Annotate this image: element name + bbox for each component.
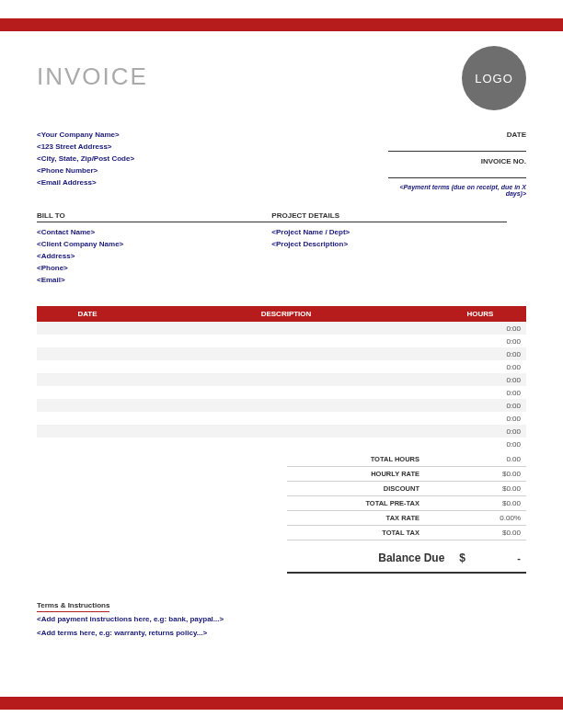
- bill-to-email[interactable]: <Email>: [37, 274, 271, 286]
- value-discount[interactable]: $0.00: [456, 484, 521, 493]
- header-accent-bar: [0, 18, 563, 31]
- cell-hours[interactable]: 0:00: [434, 322, 526, 335]
- label-total-tax: TOTAL TAX: [293, 529, 456, 537]
- table-row: 0:00: [37, 399, 526, 412]
- label-hourly-rate: HOURLY RATE: [293, 470, 456, 478]
- billto-project-row: BILL TO <Contact Name> <Client Company N…: [37, 211, 526, 286]
- terms-header: Terms & Instructions: [37, 601, 109, 612]
- terms-text[interactable]: <Add terms here, e.g: warranty, returns …: [37, 626, 526, 640]
- company-email[interactable]: <Email Address>: [37, 176, 306, 188]
- header-row: INVOICE LOGO: [37, 46, 526, 119]
- cell-hours[interactable]: 0:00: [434, 335, 526, 347]
- cell-description[interactable]: [138, 335, 434, 347]
- table-row: 0:00: [37, 386, 526, 399]
- line-items-table: DATE DESCRIPTION HOURS 0:000:000:000:000…: [37, 306, 526, 450]
- cell-date[interactable]: [37, 425, 138, 438]
- label-tax-rate: TAX RATE: [293, 514, 456, 522]
- table-row: 0:00: [37, 425, 526, 438]
- cell-date[interactable]: [37, 322, 138, 335]
- currency-balance-due: $: [459, 552, 493, 564]
- cell-hours[interactable]: 0:00: [434, 438, 526, 450]
- label-total-hours: TOTAL HOURS: [293, 455, 456, 463]
- cell-description[interactable]: [138, 438, 434, 450]
- cell-date[interactable]: [37, 347, 138, 360]
- row-balance-due: Balance Due $ -: [287, 544, 526, 574]
- value-tax-rate[interactable]: 0.00%: [456, 514, 521, 522]
- cell-description[interactable]: [138, 425, 434, 438]
- cell-date[interactable]: [37, 438, 138, 450]
- col-header-hours: HOURS: [434, 306, 526, 322]
- cell-description[interactable]: [138, 373, 434, 386]
- cell-date[interactable]: [37, 399, 138, 412]
- project-header: PROJECT DETAILS: [271, 211, 506, 222]
- table-row: 0:00: [37, 438, 526, 450]
- company-address1[interactable]: <123 Street Address>: [37, 141, 306, 153]
- value-balance-due: -: [493, 552, 521, 563]
- company-address2[interactable]: <City, State, Zip/Post Code>: [37, 153, 306, 165]
- table-row: 0:00: [37, 360, 526, 373]
- bill-to-contact[interactable]: <Contact Name>: [37, 226, 271, 238]
- bill-to-header: BILL TO: [37, 211, 271, 222]
- row-hourly-rate: HOURLY RATE $0.00: [287, 467, 526, 482]
- label-discount: DISCOUNT: [293, 484, 456, 493]
- invoice-no-field[interactable]: [388, 167, 526, 178]
- cell-hours[interactable]: 0:00: [434, 347, 526, 360]
- page-title: INVOICE: [37, 46, 148, 91]
- terms-section: Terms & Instructions <Add payment instru…: [37, 601, 526, 640]
- cell-description[interactable]: [138, 347, 434, 360]
- cell-date[interactable]: [37, 412, 138, 425]
- table-row: 0:00: [37, 335, 526, 347]
- cell-description[interactable]: [138, 386, 434, 399]
- cell-description[interactable]: [138, 360, 434, 373]
- payment-terms[interactable]: <Payment terms (due on receipt, due in X…: [388, 184, 526, 197]
- table-row: 0:00: [37, 373, 526, 386]
- meta-block: DATE INVOICE NO. <Payment terms (due on …: [388, 129, 526, 197]
- totals-block: TOTAL HOURS 0.00 HOURLY RATE $0.00 DISCO…: [287, 452, 526, 574]
- cell-date[interactable]: [37, 360, 138, 373]
- value-total-pretax: $0.00: [456, 499, 521, 507]
- col-header-description: DESCRIPTION: [138, 306, 434, 322]
- company-phone[interactable]: <Phone Number>: [37, 165, 306, 176]
- bill-to-phone[interactable]: <Phone>: [37, 262, 271, 274]
- cell-description[interactable]: [138, 322, 434, 335]
- cell-description[interactable]: [138, 399, 434, 412]
- label-balance-due: Balance Due: [293, 552, 459, 564]
- cell-hours[interactable]: 0:00: [434, 412, 526, 425]
- project-name[interactable]: <Project Name / Dept>: [271, 226, 506, 238]
- company-block: <Your Company Name> <123 Street Address>…: [37, 129, 306, 197]
- cell-date[interactable]: [37, 386, 138, 399]
- table-row: 0:00: [37, 412, 526, 425]
- value-hourly-rate[interactable]: $0.00: [456, 470, 521, 478]
- date-label: DATE: [388, 129, 526, 141]
- table-row: 0:00: [37, 347, 526, 360]
- table-row: 0:00: [37, 322, 526, 335]
- project-description[interactable]: <Project Description>: [271, 238, 506, 250]
- cell-description[interactable]: [138, 412, 434, 425]
- info-row: <Your Company Name> <123 Street Address>…: [37, 129, 526, 197]
- footer-accent-bar: [0, 697, 563, 710]
- cell-hours[interactable]: 0:00: [434, 425, 526, 438]
- cell-hours[interactable]: 0:00: [434, 360, 526, 373]
- cell-hours[interactable]: 0:00: [434, 373, 526, 386]
- invoice-no-label: INVOICE NO.: [388, 155, 526, 167]
- row-tax-rate: TAX RATE 0.00%: [287, 511, 526, 526]
- cell-hours[interactable]: 0:00: [434, 399, 526, 412]
- date-field[interactable]: [388, 141, 526, 152]
- project-section: PROJECT DETAILS <Project Name / Dept> <P…: [271, 211, 506, 286]
- bill-to-company[interactable]: <Client Company Name>: [37, 238, 271, 250]
- payment-instructions[interactable]: <Add payment instructions here, e.g: ban…: [37, 612, 526, 626]
- row-total-pretax: TOTAL PRE-TAX $0.00: [287, 496, 526, 511]
- label-total-pretax: TOTAL PRE-TAX: [293, 499, 456, 507]
- bill-to-section: BILL TO <Contact Name> <Client Company N…: [37, 211, 271, 286]
- cell-date[interactable]: [37, 335, 138, 347]
- row-discount: DISCOUNT $0.00: [287, 482, 526, 496]
- row-total-hours: TOTAL HOURS 0.00: [287, 452, 526, 467]
- cell-date[interactable]: [37, 373, 138, 386]
- value-total-tax: $0.00: [456, 529, 521, 537]
- company-name[interactable]: <Your Company Name>: [37, 129, 306, 141]
- cell-hours[interactable]: 0:00: [434, 386, 526, 399]
- bill-to-address[interactable]: <Address>: [37, 250, 271, 262]
- row-total-tax: TOTAL TAX $0.00: [287, 526, 526, 540]
- col-header-date: DATE: [37, 306, 138, 322]
- logo-placeholder: LOGO: [462, 46, 526, 110]
